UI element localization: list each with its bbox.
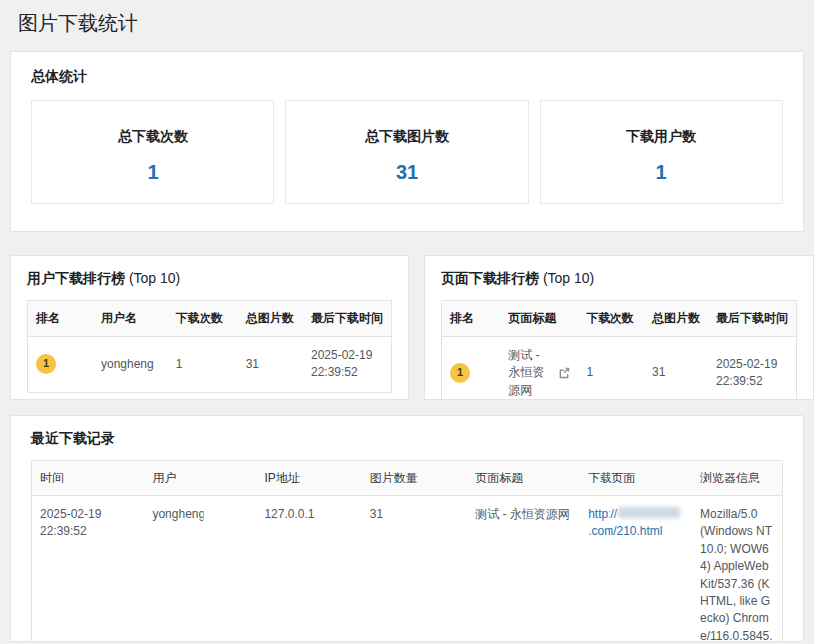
- url-suffix: .com/210.html: [588, 524, 662, 538]
- column-header-username: 用户名: [93, 301, 168, 337]
- table-row: 1 yongheng 1 31 2025-02-19 22:39:52: [28, 337, 392, 393]
- recent-downloads-title: 最近下载记录: [31, 430, 783, 448]
- table-header-row: 排名 页面标题 下载次数 总图片数 最后下载时间: [442, 301, 797, 337]
- user-cell: yongheng: [144, 496, 256, 643]
- user-ranking-title-suffix: (Top 10): [129, 270, 180, 286]
- username-cell: yongheng: [93, 337, 168, 393]
- column-header-page-title: 页面标题: [500, 301, 578, 337]
- user-ranking-table: 排名 用户名 下载次数 总图片数 最后下载时间 1 yongheng 1 31 …: [27, 300, 392, 393]
- column-header-ip: IP地址: [256, 461, 361, 496]
- user-ranking-panel: 用户下载排行榜 (Top 10) 排名 用户名 下载次数 总图片数 最后下载时间…: [10, 255, 409, 400]
- stat-value: 31: [286, 161, 528, 184]
- stat-card-download-users: 下载用户数 1: [540, 100, 783, 204]
- recent-downloads-table: 时间 用户 IP地址 图片数量 页面标题 下载页面 浏览器信息 2025-02-…: [31, 460, 783, 642]
- images-cell: 31: [644, 337, 708, 401]
- column-header-last-time: 最后下载时间: [708, 301, 797, 337]
- page-ranking-table: 排名 页面标题 下载次数 总图片数 最后下载时间 1 测试 - 永恒资源网: [441, 300, 797, 400]
- overall-stats-title: 总体统计: [31, 68, 783, 86]
- stat-card-total-images: 总下载图片数 31: [285, 100, 529, 204]
- column-header-images: 总图片数: [644, 301, 708, 337]
- page-ranking-title-text: 页面下载排行榜: [441, 270, 539, 286]
- last-time-cell: 2025-02-19 22:39:52: [311, 347, 383, 382]
- column-header-download-page: 下载页面: [580, 461, 692, 496]
- column-header-image-count: 图片数量: [362, 461, 467, 496]
- page-title-cell: 测试 - 永恒资源网: [467, 496, 580, 643]
- browser-info-cell: Mozilla/5.0 (Windows NT 10.0; WOW64) App…: [692, 496, 782, 643]
- column-header-page-title: 页面标题: [467, 461, 580, 496]
- user-ranking-title: 用户下载排行榜 (Top 10): [27, 270, 392, 288]
- images-cell: 31: [238, 337, 303, 393]
- column-header-rank: 排名: [442, 301, 501, 337]
- time-cell: 2025-02-19 22:39:52: [32, 496, 145, 643]
- external-link-icon[interactable]: [557, 366, 571, 380]
- column-header-last-time: 最后下载时间: [303, 301, 392, 337]
- page-ranking-title: 页面下载排行榜 (Top 10): [441, 270, 797, 288]
- downloads-cell: 1: [579, 337, 644, 401]
- user-ranking-title-text: 用户下载排行榜: [27, 270, 125, 286]
- page-ranking-panel: 页面下载排行榜 (Top 10) 排名 页面标题 下载次数 总图片数 最后下载时…: [424, 255, 814, 400]
- column-header-rank: 排名: [28, 301, 93, 337]
- page-ranking-title-suffix: (Top 10): [543, 270, 594, 286]
- download-page-link[interactable]: http://.com/210.html: [588, 507, 681, 538]
- stat-label: 下载用户数: [541, 128, 782, 146]
- column-header-images: 总图片数: [238, 301, 303, 337]
- column-header-time: 时间: [32, 461, 145, 496]
- url-prefix: http://: [588, 507, 617, 521]
- last-time-cell: 2025-02-19 22:39:52: [716, 356, 788, 391]
- recent-downloads-panel: 最近下载记录 时间 用户 IP地址 图片数量 页面标题 下载页面 浏览器信息 2…: [10, 415, 804, 642]
- stat-value: 1: [32, 161, 273, 184]
- stat-value: 1: [541, 161, 782, 184]
- downloads-cell: 1: [168, 337, 238, 393]
- column-header-downloads: 下载次数: [168, 301, 238, 337]
- stat-card-total-downloads: 总下载次数 1: [31, 100, 274, 204]
- ranking-row: 用户下载排行榜 (Top 10) 排名 用户名 下载次数 总图片数 最后下载时间…: [10, 255, 804, 400]
- ip-cell: 127.0.0.1: [256, 496, 361, 643]
- table-row: 1 测试 - 永恒资源网: [442, 337, 797, 401]
- page: 图片下载统计 总体统计 总下载次数 1 总下载图片数 31 下载用户数 1 用户…: [0, 0, 814, 642]
- column-header-downloads: 下载次数: [579, 301, 644, 337]
- image-count-cell: 31: [362, 496, 467, 643]
- table-header-row: 时间 用户 IP地址 图片数量 页面标题 下载页面 浏览器信息: [32, 461, 783, 496]
- redacted-url-segment: [618, 507, 680, 518]
- rank-badge: 1: [36, 354, 56, 374]
- stats-row: 总下载次数 1 总下载图片数 31 下载用户数 1: [31, 100, 783, 204]
- page-title-cell: 测试 - 永恒资源网: [508, 347, 550, 399]
- stat-label: 总下载次数: [32, 128, 273, 146]
- overall-stats-panel: 总体统计 总下载次数 1 总下载图片数 31 下载用户数 1: [10, 51, 804, 232]
- column-header-browser: 浏览器信息: [692, 461, 782, 496]
- rank-badge: 1: [450, 363, 470, 383]
- table-header-row: 排名 用户名 下载次数 总图片数 最后下载时间: [28, 301, 392, 337]
- page-title: 图片下载统计: [18, 10, 804, 36]
- table-row: 2025-02-19 22:39:52 yongheng 127.0.0.1 3…: [32, 496, 783, 643]
- column-header-user: 用户: [144, 461, 256, 496]
- stat-label: 总下载图片数: [286, 128, 528, 146]
